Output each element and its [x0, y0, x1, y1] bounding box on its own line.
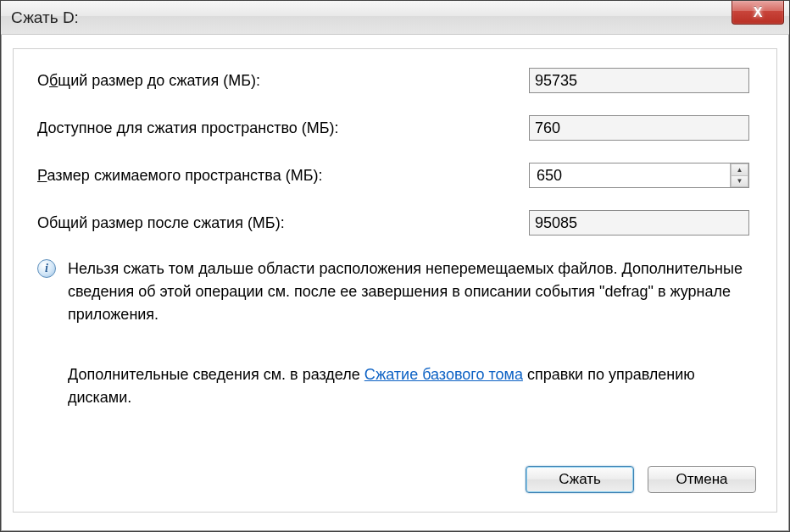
spinner-up-button[interactable]: ▲ — [731, 163, 748, 175]
row-total-after: Общий размер после сжатия (МБ): 95085 — [37, 210, 753, 236]
dialog-window: Сжать D: X Общий размер до сжатия (МБ): … — [0, 0, 790, 532]
row-to-shrink: Размер сжимаемого пространства (МБ): 650… — [37, 163, 753, 188]
info-block-1: i Нельзя сжать том дальше области распол… — [37, 258, 753, 326]
row-total-before: Общий размер до сжатия (МБ): 95735 — [37, 68, 753, 93]
label-available: Доступное для сжатия пространство (МБ): — [37, 119, 529, 137]
close-button[interactable]: X — [732, 1, 784, 25]
info-text-1: Нельзя сжать том дальше области располож… — [68, 258, 753, 326]
spinner-buttons: ▲ ▼ — [730, 163, 748, 187]
help-link[interactable]: Сжатие базового тома — [364, 366, 523, 383]
label-total-before: Общий размер до сжатия (МБ): — [37, 72, 529, 90]
label-to-shrink: Размер сжимаемого пространства (МБ): — [37, 167, 529, 185]
value-total-before: 95735 — [529, 68, 749, 93]
label-total-after: Общий размер после сжатия (МБ): — [37, 214, 529, 232]
shrink-amount-value[interactable]: 650 — [530, 163, 730, 187]
close-icon: X — [754, 5, 763, 20]
shrink-button[interactable]: Сжать — [526, 466, 634, 493]
info-icon: i — [37, 259, 56, 278]
info-text-2: Дополнительные сведения см. в разделе Сж… — [68, 363, 753, 409]
content-area: Общий размер до сжатия (МБ): 95735 Досту… — [13, 48, 777, 513]
row-available: Доступное для сжатия пространство (МБ): … — [37, 115, 753, 141]
cancel-button[interactable]: Отмена — [648, 466, 756, 493]
value-total-after: 95085 — [529, 210, 749, 236]
spinner-down-button[interactable]: ▼ — [731, 175, 748, 188]
button-bar: Сжать Отмена — [526, 466, 756, 493]
titlebar: Сжать D: X — [1, 1, 789, 35]
window-title: Сжать D: — [11, 8, 79, 27]
value-available: 760 — [529, 115, 749, 141]
shrink-amount-spinner[interactable]: 650 ▲ ▼ — [529, 163, 749, 188]
